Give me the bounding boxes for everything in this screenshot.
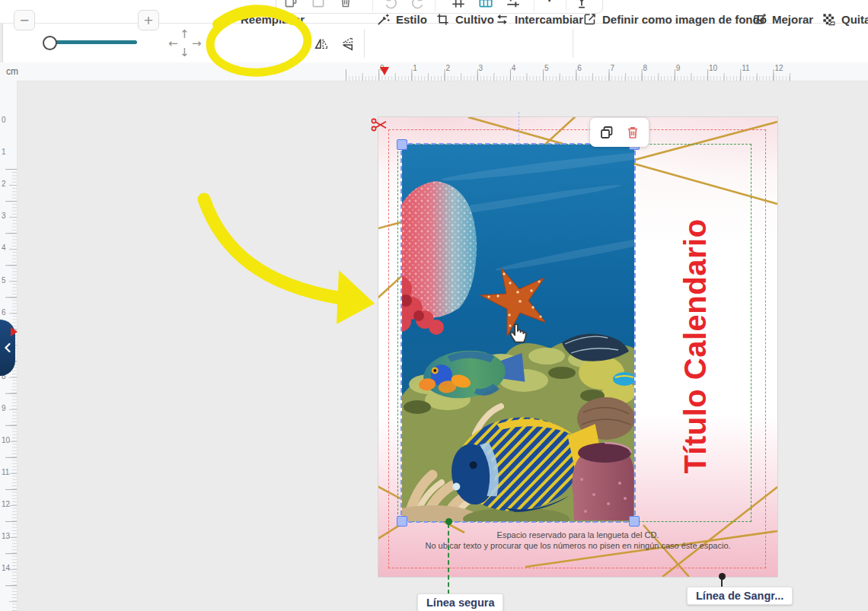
ruler-top-number: 12 (774, 64, 783, 72)
scissors-icon (370, 116, 388, 134)
arrow-annotation-head (337, 270, 375, 324)
pan-up-icon[interactable]: ↑ (180, 29, 190, 40)
zoom-out-button[interactable]: − (14, 10, 35, 30)
set-background-icon (582, 12, 597, 27)
calendar-title-text[interactable]: Título Calendario (677, 202, 713, 491)
pan-left-icon[interactable]: ← (168, 38, 178, 49)
ruler-left-number: 14 (2, 564, 10, 572)
swap-button[interactable]: Intercambiar (495, 6, 583, 32)
bleed-line-label[interactable]: Línea de Sangr... (687, 587, 793, 605)
crop-icon (436, 12, 450, 27)
flip-vertical-icon[interactable] (340, 36, 356, 52)
enhance-label: Mejorar (772, 13, 813, 26)
cd-space-note-line2: No ubicar texto y procurar que los númer… (378, 541, 777, 552)
toolbar-divider (211, 29, 212, 58)
replace-label: Reemplazar (241, 13, 305, 26)
ruler-top-number: 5 (544, 64, 549, 72)
trash-icon[interactable] (337, 0, 354, 10)
ruler-left-number: 0 (2, 116, 6, 124)
ruler-top-number: 4 (512, 64, 516, 72)
remove-label: Quitar (841, 13, 868, 26)
safe-line-marker-dot (445, 518, 452, 525)
style-label: Estilo (396, 13, 427, 26)
swap-label: Intercambiar (515, 13, 583, 26)
hand-cursor-icon (508, 319, 531, 343)
ruler-left-number: 9 (2, 404, 6, 412)
zoom-in-button[interactable]: + (138, 10, 159, 30)
selection-handle-bottom-left[interactable] (397, 516, 407, 527)
ruler-top-number: 8 (643, 64, 648, 72)
crop-button[interactable]: Cultivo (436, 6, 494, 32)
duplicate-element-icon[interactable] (599, 125, 614, 140)
toolbar-divider (364, 29, 365, 58)
safe-line-label[interactable]: Línea segura (417, 593, 503, 611)
ruler-cursor-marker-top (380, 67, 389, 75)
ruler-top-number: 11 (742, 64, 749, 72)
blank-square-icon[interactable] (310, 0, 327, 10)
ruler-left-number: 10 (2, 436, 10, 444)
divider (372, 0, 373, 11)
replace-button[interactable]: Reemplazar (221, 6, 305, 32)
delete-element-icon[interactable] (625, 125, 640, 140)
ruler-top-number: 9 (676, 64, 681, 72)
bleed-line-marker-dot (719, 573, 726, 580)
cd-space-note: Espacio reservado para la lengueta del C… (378, 530, 777, 551)
selection-handle-top-left[interactable] (397, 139, 407, 150)
remove-background-button[interactable]: Quitar (822, 6, 868, 32)
replace-icon (221, 12, 235, 27)
zoom-slider-track[interactable] (46, 40, 137, 44)
ruler-left-number: 5 (2, 276, 6, 285)
flip-horizontal-icon[interactable] (314, 36, 330, 52)
magic-wand-icon (376, 12, 391, 27)
ruler-left-numbers: 01234567891011121314 (0, 0, 17, 611)
chevron-left-icon (3, 342, 12, 353)
arrow-annotation-shaft (204, 199, 341, 298)
swap-arrows-icon (495, 12, 509, 27)
style-button[interactable]: Estilo (376, 6, 427, 32)
ruler-top-number: 10 (709, 64, 717, 72)
cd-space-note-line1: Espacio reservado para la lengueta del C… (378, 530, 777, 541)
set-background-label: Definir como imagen de fondo (602, 13, 767, 26)
safe-line-marker-line (448, 523, 449, 594)
ruler-left-number: 11 (2, 468, 9, 476)
remove-background-icon (822, 12, 836, 27)
enhance-button[interactable]: Mejorar (752, 6, 813, 32)
ruler-left-number: 1 (2, 148, 6, 156)
ruler-top-number: 1 (413, 64, 417, 72)
ruler-top-number: 2 (445, 64, 450, 72)
ruler-top-number: 7 (610, 64, 614, 72)
ruler-left-number: 6 (2, 308, 6, 317)
ruler-top-number: 6 (577, 64, 582, 72)
zoom-slider-handle[interactable] (43, 36, 57, 50)
element-mini-toolbar (590, 118, 649, 147)
crop-label: Cultivo (455, 13, 494, 26)
design-artboard[interactable]: Título Calendario Espacio reservado para… (378, 117, 777, 577)
selection-handle-bottom-right[interactable] (629, 516, 640, 527)
set-background-button[interactable]: Definir como imagen de fondo (582, 6, 767, 32)
ruler-top-numbers: 0123456789101112 (0, 62, 868, 81)
enhance-image-icon (752, 12, 767, 27)
ruler-top-number: 3 (479, 64, 483, 72)
ruler-left-number: 12 (2, 500, 10, 508)
ruler-left-number: 2 (2, 180, 6, 188)
toolbar-divider (573, 29, 573, 58)
ruler-cursor-marker-left (11, 327, 18, 336)
ruler-left-number: 13 (2, 532, 10, 540)
pan-right-icon[interactable]: → (192, 38, 202, 49)
app-window: ? − + ← ↑ ↓ → Reemplazar Estilo (0, 0, 868, 611)
pan-down-icon[interactable]: ↓ (180, 47, 190, 59)
selection-top-extension-line (519, 112, 519, 145)
ruler-left-number: 4 (2, 243, 6, 252)
ruler-left-number: 3 (2, 212, 6, 220)
